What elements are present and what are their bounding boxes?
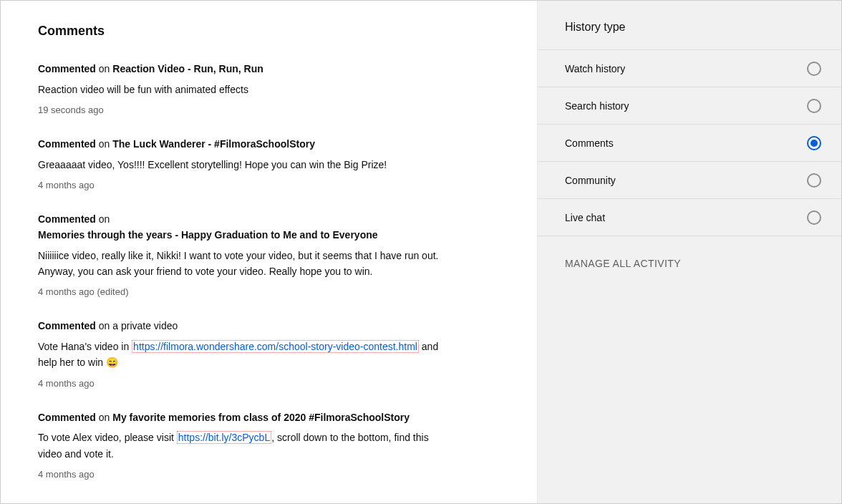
sidebar-heading: History type: [538, 21, 841, 50]
on-text: on a private video: [96, 320, 178, 331]
commented-prefix: Commented: [38, 63, 96, 74]
comment-title: Commented on Reaction Video - Run, Run, …: [38, 62, 439, 77]
history-type-list: Watch historySearch historyCommentsCommu…: [538, 50, 841, 236]
manage-all-activity-button[interactable]: MANAGE ALL ACTIVITY: [538, 236, 681, 269]
history-type-option[interactable]: Comments: [538, 125, 841, 162]
comment-body: Niiiiiice video, really like it, Nikki! …: [38, 248, 439, 280]
commented-prefix: Commented: [38, 412, 96, 423]
comment-item: Commented on Reaction Video - Run, Run, …: [38, 62, 439, 115]
history-type-option[interactable]: Community: [538, 162, 841, 199]
comment-timestamp: 4 months ago: [38, 378, 439, 389]
comment-item: Commented onMemories through the years -…: [38, 212, 439, 297]
video-title-link[interactable]: Reaction Video - Run, Run, Run: [112, 63, 263, 74]
history-type-label: Watch history: [565, 63, 625, 74]
comment-body: Greaaaaat video, Yos!!!! Excellent story…: [38, 157, 439, 173]
history-type-label: Search history: [565, 100, 629, 112]
history-type-option[interactable]: Watch history: [538, 50, 841, 87]
commented-prefix: Commented: [38, 213, 96, 225]
history-type-option[interactable]: Search history: [538, 87, 841, 125]
comment-body: To vote Alex video, please visit https:/…: [38, 430, 439, 462]
comment-link[interactable]: https://filmora.wondershare.com/school-s…: [132, 340, 419, 353]
video-title-link[interactable]: My favorite memories from class of 2020 …: [112, 412, 410, 423]
comments-list: Commented on Reaction Video - Run, Run, …: [38, 62, 503, 480]
video-title-link[interactable]: Memories through the years - Happy Gradu…: [38, 229, 378, 241]
main-content: Comments Commented on Reaction Video - R…: [1, 1, 537, 503]
history-type-option[interactable]: Live chat: [538, 199, 841, 236]
comment-link[interactable]: https://bit.ly/3cPycbL: [177, 431, 271, 444]
comment-title: Commented on a private video: [38, 319, 439, 334]
comment-item: Commented on My favorite memories from c…: [38, 410, 439, 480]
comment-timestamp: 4 months ago: [38, 469, 439, 480]
radio-icon[interactable]: [807, 210, 821, 225]
comment-text: To vote Alex video, please visit: [38, 432, 177, 443]
radio-icon[interactable]: [807, 173, 821, 188]
video-title-link[interactable]: The Luck Wanderer - #FilmoraSchoolStory: [112, 138, 315, 150]
emoji-icon: 😄: [106, 357, 118, 368]
comment-title: Commented on My favorite memories from c…: [38, 410, 439, 426]
on-text: on: [96, 138, 112, 150]
comment-text: Greaaaaat video, Yos!!!! Excellent story…: [38, 159, 387, 170]
comment-text: Vote Hana's video in: [38, 341, 132, 352]
page-title: Comments: [38, 24, 503, 39]
comment-timestamp: 19 seconds ago: [38, 105, 439, 115]
sidebar: History type Watch historySearch history…: [537, 1, 841, 503]
comment-body: Vote Hana's video in https://filmora.won…: [38, 339, 439, 371]
comment-title: Commented on The Luck Wanderer - #Filmor…: [38, 137, 439, 152]
on-text: on: [96, 63, 112, 74]
comment-text: Reaction video will be fun with animated…: [38, 84, 248, 95]
history-type-label: Comments: [565, 137, 614, 149]
comment-title: Commented onMemories through the years -…: [38, 212, 439, 243]
comment-item: Commented on The Luck Wanderer - #Filmor…: [38, 137, 439, 190]
radio-icon[interactable]: [807, 136, 821, 150]
radio-icon[interactable]: [807, 99, 821, 113]
history-type-label: Community: [565, 175, 616, 186]
on-text: on: [96, 412, 112, 423]
on-text: on: [96, 213, 110, 225]
comment-text: Niiiiiice video, really like it, Nikki! …: [38, 250, 438, 277]
comment-body: Reaction video will be fun with animated…: [38, 82, 439, 97]
comment-timestamp: 4 months ago (edited): [38, 286, 439, 297]
comment-timestamp: 4 months ago: [38, 180, 439, 190]
commented-prefix: Commented: [38, 320, 96, 331]
commented-prefix: Commented: [38, 138, 96, 150]
comment-item: Commented on a private videoVote Hana's …: [38, 319, 439, 388]
radio-icon[interactable]: [807, 62, 821, 76]
history-type-label: Live chat: [565, 212, 605, 223]
